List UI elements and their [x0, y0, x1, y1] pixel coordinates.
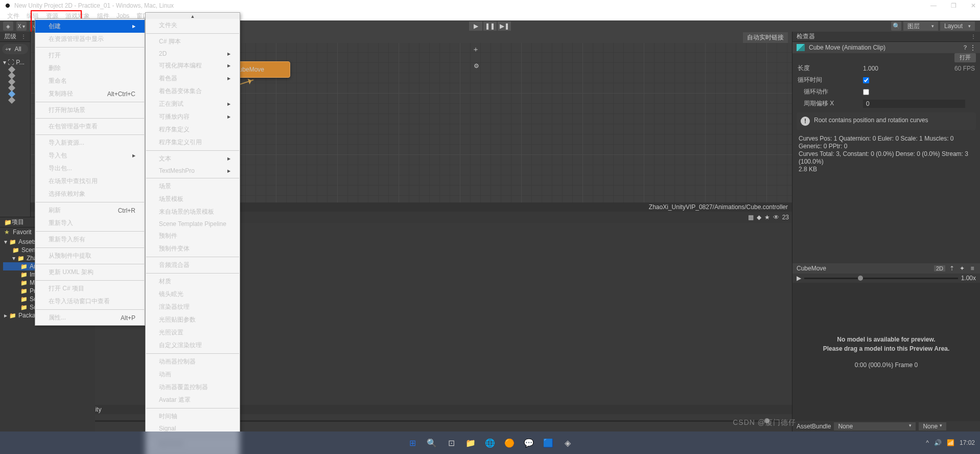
gameobject-row[interactable] [1, 97, 29, 103]
menu-item[interactable]: 动画器控制器 [146, 355, 240, 368]
menu-item[interactable]: 着色器 [146, 72, 240, 85]
chat-icon[interactable]: 💬 [521, 435, 536, 450]
hierarchy-search[interactable]: +▾ All [2, 44, 28, 54]
menu-item[interactable]: 光照设置 [146, 326, 240, 339]
menu-item[interactable]: 动画 [146, 368, 240, 381]
menu-item[interactable]: 场景 [146, 180, 240, 193]
menu-item[interactable]: 从预制件中提取 [35, 249, 145, 262]
menu-item[interactable]: 程序集定义引用 [146, 136, 240, 149]
menu-item[interactable]: 在导入活动窗口中查看 [35, 295, 145, 308]
menu-item[interactable]: TextMeshPro [146, 165, 240, 176]
menu-item[interactable]: 刷新Ctrl+R [35, 204, 145, 217]
menu-item[interactable]: 自定义渲染纹理 [146, 339, 240, 352]
preview-area[interactable]: No model is available for preview. Pleas… [792, 283, 980, 421]
gameobject-row[interactable] [1, 73, 29, 79]
search-icon[interactable]: 🔍 [424, 435, 439, 450]
browser-icon[interactable]: 🟠 [502, 435, 517, 450]
close-button[interactable]: ✕ [971, 2, 976, 9]
menu-item[interactable]: 选择依赖对象 [35, 188, 145, 200]
menu-item[interactable]: 材质 [146, 275, 240, 288]
preview-menu-icon[interactable]: ≡ [969, 265, 976, 272]
menu-item[interactable]: 导入包 [35, 149, 145, 162]
menu-item[interactable]: Scene Template Pipeline [146, 218, 240, 230]
gameobject-row[interactable] [1, 66, 29, 73]
menu-item[interactable]: C# 脚本 [146, 35, 240, 48]
help-icon[interactable]: ？ ⋮ [962, 43, 976, 52]
menu-item[interactable]: 重新导入所有 [35, 233, 145, 246]
menu-item[interactable]: 来自场景的场景模板 [146, 206, 240, 218]
menu-item[interactable]: 渲染器纹理 [146, 301, 240, 313]
menu-item[interactable]: 镜头眩光 [146, 288, 240, 301]
menu-item[interactable]: 动画器覆盖控制器 [146, 381, 240, 394]
preview-2d-toggle[interactable]: 2D [934, 265, 945, 271]
menu-item[interactable]: 导出包... [35, 162, 145, 175]
gameobject-row[interactable] [1, 79, 29, 85]
edge-icon[interactable]: 🌐 [482, 435, 498, 450]
preview-scrubber[interactable] [804, 278, 958, 279]
menu-item[interactable]: 预制件 [146, 230, 240, 242]
unity-icon[interactable]: ◈ [560, 435, 575, 450]
menu-item[interactable]: 打开 [35, 49, 145, 62]
loop-time-checkbox[interactable] [863, 77, 869, 83]
menu-file[interactable]: 文件 [4, 12, 22, 20]
filter-icon[interactable]: ◆ [757, 214, 761, 221]
menu-item[interactable]: 重新导入 [35, 217, 145, 230]
filter-icon[interactable]: ★ [764, 214, 770, 221]
menu-item[interactable]: 时间轴 [146, 410, 240, 423]
app-icon[interactable]: 🟦 [541, 435, 556, 450]
hierarchy-tab[interactable]: 层级⋮ [0, 32, 30, 42]
menu-item[interactable]: 在包管理器中查看 [35, 120, 145, 133]
asset-bundle-variant[interactable]: None [919, 422, 946, 430]
account-icon[interactable]: ◈ [3, 21, 13, 31]
menu-item[interactable]: 重命名 [35, 75, 145, 87]
preview-play-button[interactable]: ▶ [797, 275, 801, 282]
pause-button[interactable]: ❚❚ [483, 21, 497, 31]
menu-item[interactable]: 导入新资源... [35, 137, 145, 149]
explorer-icon[interactable]: 📁 [463, 435, 478, 450]
menu-item[interactable]: 打开 C# 项目 [35, 282, 145, 295]
menu-item[interactable]: 删除 [35, 62, 145, 75]
asset-bundle-select[interactable]: None [834, 422, 916, 430]
filter-icon[interactable]: ▦ [748, 214, 754, 221]
menu-item[interactable]: 2D [146, 48, 240, 59]
cloud-icon[interactable]: X ▾ [16, 21, 27, 31]
start-icon[interactable]: ⊞ [405, 435, 420, 450]
search-icon[interactable]: 🔍 [891, 21, 901, 31]
loop-pose-checkbox[interactable] [863, 89, 869, 95]
gameobject-row[interactable] [1, 91, 29, 97]
menu-item[interactable]: 打开附加场景 [35, 104, 145, 117]
hidden-icon[interactable]: 👁 [773, 214, 779, 221]
maximize-button[interactable]: ❐ [951, 2, 956, 9]
inspector-tab[interactable]: 检查器⋮ [792, 32, 980, 42]
taskview-icon[interactable]: ⊡ [444, 435, 459, 450]
menu-item[interactable]: 程序集定义 [146, 123, 240, 136]
menu-item[interactable]: 场景模板 [146, 193, 240, 206]
menu-item[interactable]: 可播放内容 [146, 110, 240, 123]
menu-item[interactable]: 着色器变体集合 [146, 85, 240, 98]
layer-settings-icon[interactable] [474, 62, 479, 70]
add-layer-icon[interactable]: ＋ [472, 45, 479, 54]
gameobject-row[interactable] [1, 85, 29, 91]
menu-item[interactable]: 属性...Alt+P [35, 311, 145, 324]
menu-item[interactable]: 在场景中查找引用 [35, 175, 145, 188]
menu-item[interactable]: 复制路径Alt+Ctrl+C [35, 87, 145, 100]
menu-item[interactable]: 创建 [35, 20, 145, 33]
menu-item[interactable]: 在资源管理器中显示 [35, 33, 145, 46]
play-button[interactable]: ▶ [469, 21, 482, 31]
layout-dropdown[interactable]: Layout [940, 21, 975, 31]
auto-live-link[interactable]: 自动实时链接 [743, 32, 788, 43]
menu-item[interactable]: 文本 [146, 152, 240, 165]
system-tray[interactable]: ^🔊📶 17:02 [926, 439, 975, 446]
minimize-button[interactable]: — [930, 2, 937, 9]
layers-dropdown[interactable]: 图层 [903, 21, 938, 31]
menu-item[interactable]: 正在测试 [146, 98, 240, 110]
menu-item[interactable]: 更新 UXML 架构 [35, 266, 145, 279]
menu-item[interactable]: Avatar 遮罩 [146, 394, 240, 406]
preview-ik-icon[interactable]: ⇡ [948, 265, 955, 272]
preview-settings-icon[interactable]: ✦ [959, 265, 966, 272]
menu-item[interactable]: 文件夹 [146, 19, 240, 32]
step-button[interactable]: ▶❚ [498, 21, 511, 31]
menu-item[interactable]: 可视化脚本编程 [146, 59, 240, 72]
cycle-offset-field[interactable]: 0 [863, 100, 965, 108]
menu-item[interactable]: 光照贴图参数 [146, 313, 240, 326]
